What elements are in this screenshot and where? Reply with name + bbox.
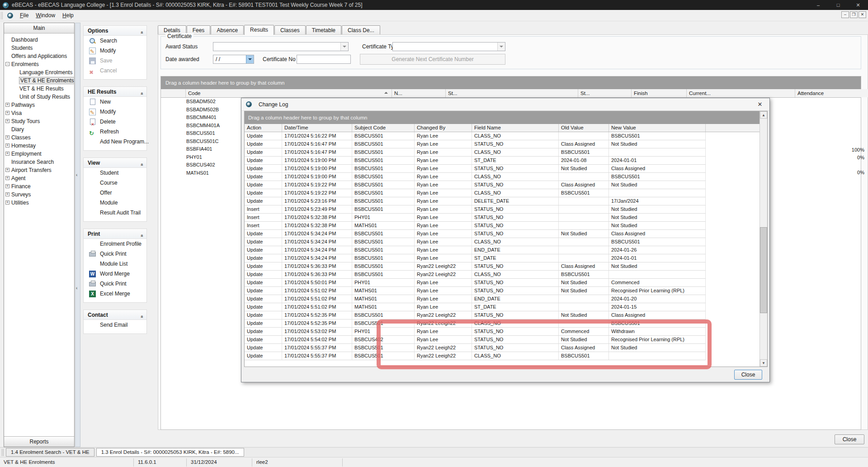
tool-item-course[interactable]: Course (84, 178, 146, 188)
dialog-scrollbar[interactable]: ▲ ▼ (760, 111, 767, 367)
collapse-chevron-icon[interactable]: » (137, 234, 146, 237)
tool-item-add-new-program-[interactable]: Add New Program... (84, 137, 146, 147)
sidebar-item-pathways[interactable]: +Pathways (4, 101, 74, 109)
sidebar-item-homestay[interactable]: +Homestay (4, 142, 74, 150)
document-tab[interactable]: 1.3 Enrol Details - S#: 0000025053 KIRK,… (96, 448, 244, 457)
column-header-current-[interactable]: Current... (687, 89, 795, 97)
dialog-column-header-field-name[interactable]: Field Name (472, 124, 559, 132)
change-log-row[interactable]: Update17/01/2024 5:34:24 PMBSBCUS501Ryan… (245, 238, 706, 246)
dialog-column-header-new-value[interactable]: New Value (609, 124, 706, 132)
mdi-close-icon[interactable]: ✕ (859, 11, 866, 18)
change-log-row[interactable]: Update17/01/2024 5:51:02 PMMATHS01Ryan L… (245, 303, 706, 311)
dialog-close-button[interactable]: Close (734, 370, 762, 380)
expand-icon[interactable]: + (5, 184, 9, 188)
collapse-chevron-icon[interactable]: » (137, 31, 146, 34)
sidebar-item-insurance-search[interactable]: Insurance Search (4, 158, 74, 166)
change-log-row[interactable]: Update17/01/2024 5:34:24 PMBSBCUS501Ryan… (245, 230, 706, 238)
tool-item-module[interactable]: Module (84, 198, 146, 208)
certificate-type-combo[interactable] (392, 42, 505, 51)
expand-icon[interactable]: + (5, 176, 9, 180)
main-close-button[interactable]: Close (835, 434, 864, 444)
expand-icon[interactable]: + (5, 119, 9, 123)
tool-item-student[interactable]: Student (84, 168, 146, 178)
chevron-down-icon[interactable] (497, 43, 505, 51)
change-log-row[interactable]: Update17/01/2024 5:19:00 PMBSBCUS501Ryan… (245, 173, 706, 181)
sidebar-header-main[interactable]: Main (4, 23, 74, 33)
award-status-combo[interactable] (213, 42, 349, 51)
sidebar-footer-reports[interactable]: Reports (4, 436, 74, 447)
tool-item-search[interactable]: Search (84, 36, 146, 46)
collapse-chevron-icon[interactable]: » (137, 315, 146, 318)
change-log-row[interactable]: Update17/01/2024 5:16:47 PMBSBCUS501Ryan… (245, 148, 706, 157)
expand-icon[interactable]: + (5, 111, 9, 115)
expand-icon[interactable]: + (5, 200, 9, 205)
tool-item-result-audit-trail[interactable]: Result Audit Trail (84, 208, 146, 218)
scroll-down-icon[interactable]: ▼ (760, 359, 767, 367)
change-log-row[interactable]: Update17/01/2024 5:23:16 PMBSBCUS501Ryan… (245, 197, 706, 205)
sidebar-item-visa[interactable]: +Visa (4, 109, 74, 117)
sidebar-item-vet-he-results[interactable]: VET & HE Results (4, 85, 74, 93)
collapse-icon[interactable]: - (5, 62, 9, 66)
sidebar-item-agent[interactable]: +Agent (4, 174, 74, 182)
expand-icon[interactable]: + (5, 152, 9, 156)
tab-timetable[interactable]: Timetable (306, 25, 341, 34)
chevron-down-icon[interactable] (340, 43, 348, 51)
expand-icon[interactable]: + (5, 135, 9, 139)
sidebar-item-enrolments[interactable]: -Enrolments (4, 60, 74, 68)
sidebar-item-offers-and-applications[interactable]: Offers and Applications (4, 52, 74, 60)
tab-results[interactable]: Results (244, 25, 274, 35)
column-header-code[interactable]: Code (186, 89, 392, 97)
sidebar-item-airport-transfers[interactable]: +Airport Transfers (4, 166, 74, 174)
expand-icon[interactable]: + (5, 143, 9, 148)
dialog-column-header-changed-by[interactable]: Changed By (415, 124, 472, 132)
change-log-row[interactable]: Update17/01/2024 5:50:01 PMPHY01Ryan Lee… (245, 279, 706, 287)
tool-group-header[interactable]: Contact» (84, 310, 146, 320)
tab-classes[interactable]: Classes (274, 25, 306, 34)
sidebar-item-finance[interactable]: +Finance (4, 182, 74, 191)
scroll-up-icon[interactable]: ▲ (760, 111, 767, 119)
tool-item-new[interactable]: New (84, 97, 146, 107)
sidebar-item-diary[interactable]: Diary (4, 125, 74, 133)
dialog-column-header-old-value[interactable]: Old Value (559, 124, 609, 132)
certificate-no-input[interactable] (297, 55, 351, 64)
tool-item-word-merge[interactable]: WWord Merge (84, 269, 146, 279)
sidebar-item-utilities[interactable]: +Utilities (4, 199, 74, 207)
change-log-row[interactable]: Update17/01/2024 5:34:24 PMBSBCUS501Ryan… (245, 246, 706, 254)
change-log-row[interactable]: Update17/01/2024 5:16:22 PMBSBCUS501Ryan… (245, 132, 706, 140)
column-header-indicator[interactable] (161, 89, 186, 97)
dialog-column-header-date-time[interactable]: Date/Time (282, 124, 352, 132)
collapse-chevron-icon[interactable]: ‹ (76, 172, 77, 177)
dialog-column-header-subject-code[interactable]: Subject Code (352, 124, 415, 132)
sidebar-item-dashboard[interactable]: Dashboard (4, 36, 74, 44)
minimize-icon[interactable]: – (808, 0, 828, 10)
dialog-column-header-action[interactable]: Action (245, 124, 282, 132)
column-header-attendance[interactable]: Attendance (795, 89, 868, 97)
change-log-row[interactable]: Update17/01/2024 5:19:22 PMBSBCUS501Ryan… (245, 189, 706, 197)
sidebar-item-employment[interactable]: +Employment (4, 150, 74, 158)
change-log-row[interactable]: Update17/01/2024 5:51:02 PMMATHS01Ryan L… (245, 287, 706, 295)
tool-item-quick-print[interactable]: Quick Print (84, 249, 146, 259)
sidebar-item-unit-of-study-results[interactable]: Unit of Study Results (4, 93, 74, 101)
change-log-row[interactable]: Update17/01/2024 5:19:22 PMBSBCUS501Ryan… (245, 181, 706, 189)
change-log-row[interactable]: Update17/01/2024 5:51:02 PMMATHS01Ryan L… (245, 295, 706, 303)
tool-item-offer[interactable]: Offer (84, 188, 146, 198)
tool-item-modify[interactable]: Modify (84, 107, 146, 117)
tool-group-header[interactable]: Print» (84, 229, 146, 239)
change-log-row[interactable]: Update17/01/2024 5:16:47 PMBSBCUS501Ryan… (245, 140, 706, 148)
document-tab[interactable]: 1.4 Enrolment Search - VET & HE (6, 448, 94, 457)
tool-item-send-email[interactable]: Send Email (84, 320, 146, 330)
date-awarded-picker[interactable]: / / (213, 55, 254, 64)
tool-item-refresh[interactable]: Refresh (84, 127, 146, 137)
mdi-restore-icon[interactable]: ❐ (850, 11, 858, 18)
tool-group-header[interactable]: Options» (84, 26, 146, 36)
dialog-close-icon[interactable]: ✕ (756, 100, 764, 109)
collapse-chevron-icon[interactable]: ‹ (76, 286, 77, 291)
panel-splitter[interactable]: ‹ ‹ (75, 23, 80, 447)
chevron-down-icon[interactable] (246, 55, 254, 63)
dialog-titlebar[interactable]: Change Log ✕ (241, 98, 769, 111)
sidebar-item-vet-he-enrolments[interactable]: VET & HE Enrolments (4, 76, 74, 85)
change-log-row[interactable]: Insert17/01/2024 5:32:38 PMMATHS01Ryan L… (245, 222, 706, 230)
tool-item-module-list[interactable]: Module List (84, 259, 146, 269)
tool-group-header[interactable]: View» (84, 158, 146, 168)
close-icon[interactable]: ✕ (848, 0, 868, 10)
